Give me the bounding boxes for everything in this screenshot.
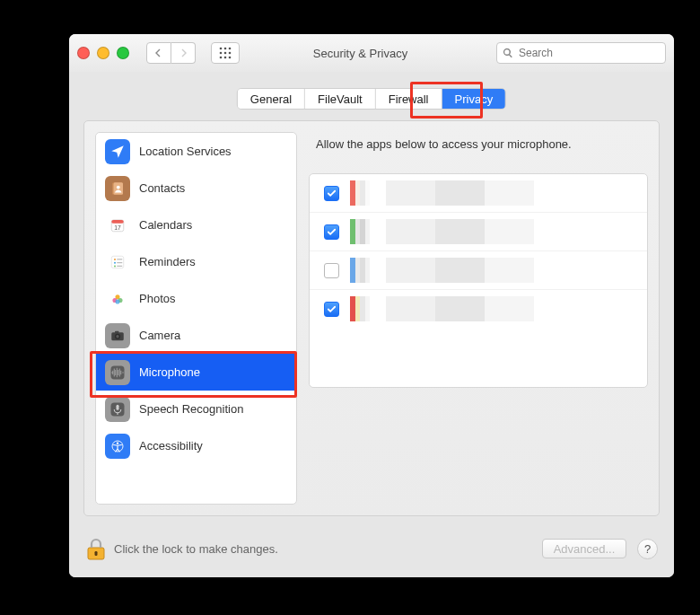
sidebar-item-reminders[interactable]: Reminders (96, 243, 296, 280)
microphone-detail-pane: Allow the apps below to access your micr… (309, 132, 648, 505)
tab-firewall[interactable]: Firewall (376, 89, 442, 109)
sidebar-item-label: Calendars (139, 218, 192, 232)
app-icon (350, 296, 375, 321)
svg-point-2 (229, 48, 232, 50)
sidebar-item-label: Camera (139, 329, 180, 342)
allow-checkbox[interactable] (324, 263, 339, 278)
sidebar-item-camera[interactable]: Camera (96, 317, 296, 354)
app-row (310, 251, 647, 290)
close-window-button[interactable] (77, 47, 90, 59)
svg-point-25 (115, 299, 119, 303)
speech-recognition-icon (105, 397, 130, 422)
svg-rect-19 (117, 259, 122, 259)
app-icon (350, 258, 375, 283)
app-name-redacted (386, 180, 633, 206)
svg-point-8 (229, 57, 232, 59)
tab-privacy[interactable]: Privacy (442, 89, 506, 109)
svg-rect-20 (117, 262, 122, 263)
sidebar-item-calendars[interactable]: 17Calendars (96, 206, 296, 243)
titlebar: Security & Privacy (69, 34, 674, 73)
svg-rect-13 (111, 220, 124, 224)
app-name-redacted (386, 296, 633, 321)
forward-button[interactable] (171, 42, 196, 64)
svg-point-18 (114, 265, 116, 267)
allow-checkbox[interactable] (324, 224, 339, 240)
sidebar-item-microphone[interactable]: Microphone (96, 354, 296, 391)
sidebar-item-label: Reminders (139, 255, 196, 268)
sidebar-item-label: Photos (139, 292, 175, 305)
svg-point-45 (117, 442, 118, 444)
privacy-category-sidebar: Location ServicesContacts17CalendarsRemi… (95, 132, 297, 505)
sidebar-item-label: Microphone (139, 365, 200, 379)
sidebar-item-label: Speech Recognition (139, 402, 243, 416)
zoom-window-button[interactable] (117, 47, 129, 59)
svg-point-6 (220, 57, 223, 59)
minimize-window-button[interactable] (97, 47, 109, 59)
microphone-app-list (309, 173, 648, 388)
camera-icon (105, 323, 130, 348)
svg-point-16 (114, 258, 116, 259)
app-row (310, 174, 647, 213)
svg-point-17 (114, 261, 116, 263)
tab-bar: GeneralFileVaultFirewallPrivacy (237, 88, 506, 110)
preferences-window: Security & Privacy GeneralFileVaultFirew… (69, 34, 674, 577)
svg-rect-27 (115, 330, 119, 332)
photos-icon (105, 286, 130, 312)
sidebar-item-label: Contacts (139, 181, 185, 195)
tab-filevault[interactable]: FileVault (305, 89, 376, 109)
accessibility-icon (105, 434, 130, 459)
sidebar-item-speech-recognition[interactable]: Speech Recognition (96, 391, 296, 427)
microphone-icon (105, 360, 130, 385)
location-services-icon (105, 139, 130, 164)
content-area: GeneralFileVaultFirewallPrivacy Location… (69, 72, 674, 577)
app-icon (350, 180, 375, 206)
help-button[interactable]: ? (637, 539, 658, 559)
sidebar-item-contacts[interactable]: Contacts (96, 170, 296, 206)
footer: Click the lock to make changes. Advanced… (85, 532, 658, 565)
app-row (310, 213, 647, 251)
svg-point-11 (117, 185, 120, 189)
sidebar-item-label: Location Services (139, 145, 232, 158)
nav-buttons (146, 42, 196, 64)
search-icon (503, 48, 513, 58)
allow-checkbox[interactable] (324, 186, 339, 201)
back-button[interactable] (146, 42, 171, 64)
sidebar-item-label: Accessibility (139, 439, 203, 452)
svg-rect-47 (95, 551, 98, 556)
window-controls (77, 47, 129, 59)
app-name-redacted (386, 258, 633, 283)
svg-text:17: 17 (114, 224, 121, 230)
contacts-icon (105, 176, 130, 201)
app-icon (350, 219, 375, 244)
svg-point-1 (224, 48, 227, 50)
svg-rect-41 (117, 404, 119, 409)
window-title: Security & Privacy (248, 47, 473, 60)
app-row (310, 290, 647, 328)
svg-point-0 (220, 48, 223, 50)
svg-point-4 (224, 52, 227, 55)
reminders-icon (105, 250, 130, 275)
sidebar-item-accessibility[interactable]: Accessibility (96, 427, 296, 464)
privacy-panel: Location ServicesContacts17CalendarsRemi… (83, 120, 660, 516)
advanced-button[interactable]: Advanced... (542, 539, 626, 558)
svg-point-5 (229, 52, 232, 55)
app-name-redacted (386, 219, 633, 244)
svg-point-7 (224, 57, 227, 59)
lock-icon[interactable] (85, 536, 107, 561)
search-field-wrap[interactable] (496, 42, 666, 64)
svg-rect-21 (117, 265, 122, 266)
sidebar-item-location-services[interactable]: Location Services (96, 133, 296, 170)
tab-general[interactable]: General (238, 89, 305, 109)
pane-heading: Allow the apps below to access your micr… (309, 132, 648, 151)
show-all-button[interactable] (211, 42, 240, 64)
svg-point-29 (116, 335, 118, 338)
calendar-icon: 17 (105, 213, 130, 238)
lock-text: Click the lock to make changes. (114, 542, 278, 556)
allow-checkbox[interactable] (324, 302, 339, 317)
sidebar-item-photos[interactable]: Photos (96, 280, 296, 317)
search-input[interactable] (517, 46, 660, 60)
svg-point-3 (220, 52, 223, 55)
